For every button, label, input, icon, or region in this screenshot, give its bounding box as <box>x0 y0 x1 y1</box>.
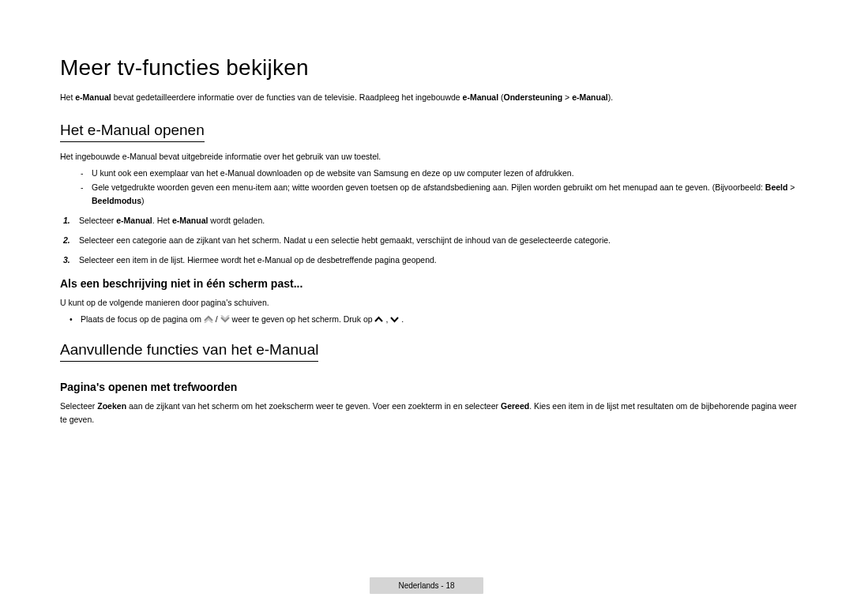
text: . <box>401 314 404 324</box>
bold: Gereed <box>501 401 529 411</box>
text: wordt geladen. <box>208 216 265 225</box>
bold: e-Manual <box>172 216 209 225</box>
text: Gele vetgedrukte woorden geven een menu-… <box>92 182 765 192</box>
bold: Zoeken <box>97 401 126 411</box>
text: Selecteer <box>79 216 116 225</box>
bold: e-Manual <box>572 92 608 102</box>
numbered-list: Selecteer e-Manual. Het e-Manual wordt g… <box>60 214 806 266</box>
subsection-heading-keywords: Pagina's openen met trefwoorden <box>60 381 806 393</box>
text: . Het <box>152 216 172 225</box>
body-text: U kunt op de volgende manieren door pagi… <box>60 296 806 310</box>
dash-list: U kunt ook een exemplaar van het e-Manua… <box>60 167 806 208</box>
text: bevat gedetailleerdere informatie over d… <box>111 92 463 102</box>
list-item: Gele vetgedrukte woorden geven een menu-… <box>92 181 806 208</box>
body-text: Het ingebouwde e-Manual bevat uitgebreid… <box>60 150 806 163</box>
text: ) <box>141 196 145 205</box>
text: > <box>787 182 795 192</box>
body-text: Selecteer Zoeken aan de zijkant van het … <box>60 400 806 426</box>
bold: e-Manual <box>116 216 152 225</box>
list-item: Selecteer een item in de lijst. Hiermee … <box>74 254 806 267</box>
bullet-list: Plaats de focus op de pagina om / weer t… <box>60 313 806 327</box>
section-heading-open-emanual: Het e-Manual openen <box>60 122 205 142</box>
page-title: Meer tv-functies bekijken <box>60 55 806 81</box>
text: weer te geven op het scherm. Druk op <box>232 314 375 324</box>
chevron-down-icon <box>390 314 399 327</box>
intro-paragraph: Het e-Manual bevat gedetailleerdere info… <box>60 92 806 104</box>
subsection-heading-scroll: Als een beschrijving niet in één scherm … <box>60 277 806 290</box>
bold: e-Manual <box>75 92 111 102</box>
list-item: Selecteer een categorie aan de zijkant v… <box>74 234 806 247</box>
text: aan de zijkant van het scherm om het zoe… <box>126 401 501 411</box>
scroll-down-soft-icon <box>220 314 230 327</box>
page-number-badge: Nederlands - 18 <box>370 577 483 594</box>
bold: e-Manual <box>463 92 499 102</box>
chevron-up-icon <box>374 314 383 327</box>
scroll-up-soft-icon <box>204 314 213 327</box>
text: Het <box>60 92 75 102</box>
list-item: Plaats de focus op de pagina om / weer t… <box>81 313 806 327</box>
bold: Beeldmodus <box>92 196 141 205</box>
list-item: U kunt ook een exemplaar van het e-Manua… <box>92 167 806 180</box>
text: > <box>562 92 572 102</box>
section-heading-additional: Aanvullende functies van het e-Manual <box>60 341 318 362</box>
page-footer: Nederlands - 18 <box>0 577 853 594</box>
text: Selecteer <box>60 401 97 411</box>
bold: Beeld <box>765 182 788 192</box>
list-item: Selecteer e-Manual. Het e-Manual wordt g… <box>74 214 806 227</box>
text: Plaats de focus op de pagina om <box>81 314 204 324</box>
bold: Ondersteuning <box>504 92 563 102</box>
text: ). <box>608 92 613 102</box>
